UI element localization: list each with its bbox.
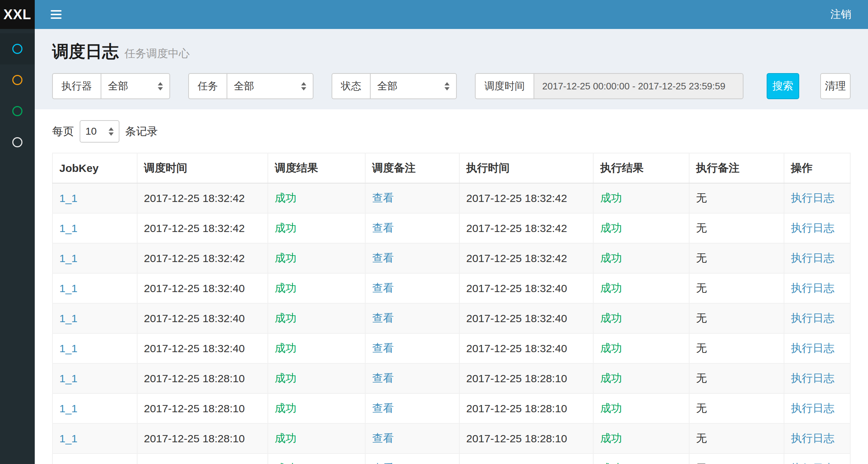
cell-jobkey: 1_1	[52, 333, 137, 363]
job-select[interactable]: 全部	[227, 73, 313, 99]
jobkey-link[interactable]: 1_1	[59, 312, 77, 324]
table-row: 1_12017-12-25 18:28:10成功查看2017-12-25 18:…	[52, 423, 850, 454]
jobkey-link[interactable]: 1_1	[59, 192, 77, 204]
trigger-msg-link[interactable]: 查看	[372, 282, 394, 294]
cell-handle-msg: 无	[689, 243, 784, 273]
handle-msg: 无	[696, 402, 707, 414]
cell-action: 执行日志	[784, 333, 850, 363]
sidebar-item-2[interactable]	[0, 64, 35, 96]
handle-msg: 无	[696, 252, 707, 264]
cell-handle-time: 2017-12-25 18:32:40	[459, 273, 593, 303]
table-row: 1_12017-12-25 18:32:40成功查看2017-12-25 18:…	[52, 303, 850, 333]
trigger-msg-link[interactable]: 查看	[372, 432, 394, 444]
table-row: 1_12017-12-25 18:32:42成功查看2017-12-25 18:…	[52, 213, 850, 243]
logout-link[interactable]: 注销	[830, 7, 851, 22]
trigger-result: 成功	[275, 462, 296, 464]
jobkey-link[interactable]: 1_1	[59, 433, 77, 444]
trigger-msg-link[interactable]: 查看	[372, 312, 394, 324]
executor-filter-group: 执行器 全部	[52, 73, 170, 99]
handle-time: 2017-12-25 18:32:40	[466, 342, 567, 354]
app-logo[interactable]: XXL	[0, 0, 35, 29]
table-row: 1_12017-12-25 18:32:40成功查看2017-12-25 18:…	[52, 273, 850, 303]
trigger-msg-link[interactable]: 查看	[372, 402, 394, 414]
filter-bar: 执行器 全部 任务 全部 状态 全部	[52, 73, 851, 99]
trigger-result: 成功	[275, 192, 296, 204]
status-select[interactable]: 全部	[370, 73, 457, 99]
jobkey-link[interactable]: 1_1	[59, 372, 77, 384]
sidebar-item-3[interactable]	[0, 96, 35, 127]
cell-trigger-result: 成功	[268, 243, 365, 273]
navbar-main: 注销	[35, 0, 868, 29]
table-row: 1_12017-12-25 18:32:40成功查看2017-12-25 18:…	[52, 333, 850, 363]
jobkey-link[interactable]: 1_1	[59, 222, 77, 234]
cell-trigger-time: 2017-12-25 18:32:40	[137, 333, 268, 363]
trigger-msg-link[interactable]: 查看	[372, 252, 394, 264]
trigger-time: 2017-12-25 18:32:40	[144, 342, 245, 354]
cell-jobkey: 1_1	[52, 213, 137, 243]
cell-action: 执行日志	[784, 454, 850, 464]
cell-handle-msg: 无	[689, 213, 784, 243]
cell-jobkey: 1_1	[52, 454, 137, 464]
cell-trigger-msg: 查看	[365, 363, 459, 393]
sidebar-menu	[0, 29, 35, 464]
exec-log-link[interactable]: 执行日志	[791, 222, 834, 234]
exec-log-link[interactable]: 执行日志	[791, 432, 834, 444]
cell-handle-time: 2017-12-25 18:32:40	[459, 333, 593, 363]
handle-result: 成功	[600, 372, 622, 384]
exec-log-link[interactable]: 执行日志	[791, 282, 834, 294]
cell-action: 执行日志	[784, 303, 850, 333]
jobkey-link[interactable]: 1_1	[59, 342, 77, 354]
trigger-time: 2017-12-25 18:32:40	[144, 282, 245, 294]
page-size-value: 10	[85, 126, 97, 137]
cell-handle-time: 2017-12-25 18:28:10	[459, 363, 593, 393]
cell-trigger-time: 2017-12-25 18:28:10	[137, 454, 268, 464]
executor-select[interactable]: 全部	[101, 73, 170, 99]
trigger-msg-link[interactable]: 查看	[372, 372, 394, 384]
handle-time: 2017-12-25 18:28:10	[466, 433, 567, 444]
cell-trigger-result: 成功	[268, 423, 365, 454]
cell-trigger-result: 成功	[268, 213, 365, 243]
trigger-time: 2017-12-25 18:28:10	[144, 463, 245, 464]
trigger-time: 2017-12-25 18:32:42	[144, 192, 245, 204]
handle-msg: 无	[696, 372, 707, 384]
column-header-handle-msg: 执行备注	[689, 153, 784, 183]
clear-button[interactable]: 清理	[820, 73, 851, 99]
circle-icon-white	[12, 137, 22, 147]
sidebar-item-4[interactable]	[0, 127, 35, 158]
cell-jobkey: 1_1	[52, 183, 137, 213]
schedule-time-range-input[interactable]: 2017-12-25 00:00:00 - 2017-12-25 23:59:5…	[534, 73, 743, 99]
status-filter-label: 状态	[332, 73, 370, 99]
exec-log-link[interactable]: 执行日志	[791, 252, 834, 264]
cell-trigger-result: 成功	[268, 183, 365, 213]
handle-result: 成功	[600, 402, 622, 414]
content-header: 调度日志任务调度中心 执行器 全部 任务 全部	[35, 29, 868, 109]
trigger-msg-link[interactable]: 查看	[372, 222, 394, 234]
jobkey-link[interactable]: 1_1	[59, 252, 77, 264]
cell-action: 执行日志	[784, 213, 850, 243]
exec-log-link[interactable]: 执行日志	[791, 192, 834, 204]
exec-log-link[interactable]: 执行日志	[791, 462, 834, 464]
sidebar-toggle-button[interactable]	[47, 7, 65, 22]
page-size-select[interactable]: 10	[80, 120, 119, 143]
trigger-msg-link[interactable]: 查看	[372, 192, 394, 204]
trigger-msg-link[interactable]: 查看	[372, 342, 394, 354]
exec-log-link[interactable]: 执行日志	[791, 372, 834, 384]
jobkey-link[interactable]: 1_1	[59, 463, 77, 464]
sidebar-item-1[interactable]	[0, 33, 35, 64]
cell-jobkey: 1_1	[52, 273, 137, 303]
select-arrows-icon	[444, 82, 450, 90]
cell-trigger-msg: 查看	[365, 423, 459, 454]
search-button[interactable]: 搜索	[767, 73, 799, 99]
cell-handle-result: 成功	[593, 303, 689, 333]
table-row: 1_12017-12-25 18:32:42成功查看2017-12-25 18:…	[52, 243, 850, 273]
exec-log-link[interactable]: 执行日志	[791, 342, 834, 354]
handle-time: 2017-12-25 18:28:10	[466, 402, 567, 414]
trigger-msg-link[interactable]: 查看	[372, 462, 394, 464]
top-navbar: XXL 注销	[0, 0, 868, 29]
cell-handle-result: 成功	[593, 454, 689, 464]
jobkey-link[interactable]: 1_1	[59, 282, 77, 294]
exec-log-link[interactable]: 执行日志	[791, 312, 834, 324]
exec-log-link[interactable]: 执行日志	[791, 402, 834, 414]
handle-result: 成功	[600, 312, 622, 324]
jobkey-link[interactable]: 1_1	[59, 402, 77, 414]
